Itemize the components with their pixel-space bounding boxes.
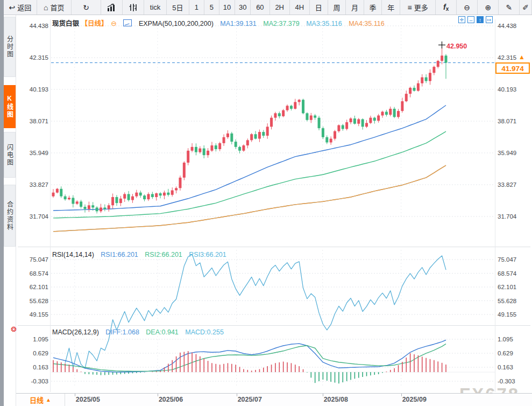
price-axis-label-right: 38.071 [498,118,516,124]
toolbar-interval-tick-button[interactable]: tick [144,0,167,15]
chart-type-sidebar: 分时图K线图闪电图合约资料 [4,15,16,406]
overlay-EXPMA50 [53,106,446,211]
macd-histogram [53,351,446,383]
month-tick [237,394,237,396]
rsi-axis-label-right: 62.101 [498,284,516,290]
toolbar-bar-chart-mode-button[interactable] [101,0,123,15]
macd-dea-line [53,344,446,372]
month-tick [401,394,402,396]
macd-axis-label-right: -0.303 [498,378,515,384]
toolbar: ↩返回⌂首页↻tick5日151030602H4H日周月季年≡更多fx⊖⊕✎✐ [4,0,532,15]
toolbar-interval-4h-button[interactable]: 4H [290,0,310,15]
fit-vertical-icon[interactable]: ↕ [477,16,484,23]
rsi-axis-label-right: 75.047 [498,256,516,263]
toolbar-back-button[interactable]: ↩返回 [4,0,37,15]
toolbar-refresh-button[interactable]: ↻ [72,0,101,15]
price-axis-label-right: 35.949 [498,150,516,156]
toolbar-interval-10-label: 10 [223,3,231,11]
toolbar-interval-quarter-button[interactable]: 季 [364,0,382,15]
toolbar-formula-button[interactable]: fx [436,0,457,15]
rsi-axis-label-left: 55.628 [30,298,48,304]
month-label: 2025/09 [402,396,427,403]
price-axis-label-left: 42.315 [30,54,48,61]
toolbar-interval-5d-button[interactable]: 5日 [167,0,189,15]
toolbar-draw-tool-more-button[interactable]: ✐ [520,0,532,15]
toolbar-interval-4h-label: 4H [295,3,304,11]
macd-axis-label-right: 0.629 [498,350,513,356]
rsi-axis-label-right: 49.155 [498,311,516,318]
toolbar-zoom-in-button[interactable]: ⊕ [478,0,499,15]
bar-chart-icon [107,4,117,11]
price-axis-label-right: 40.193 [498,86,516,93]
toolbar-interval-year-label: 年 [387,2,394,12]
month-tick [158,394,158,396]
toolbar-more-menu-label: 更多 [414,2,428,12]
chevron-up-icon: ▲ [46,397,51,403]
fx678-kline-app: { "window": { "watermark": "FX678" }, "t… [0,0,532,406]
macd-axis-label-left: 0.629 [33,350,48,356]
toolbar-interval-day-button[interactable]: 日 [310,0,328,15]
candlestick-icon [129,4,138,11]
high-annotation: 42.950 [446,43,467,50]
back-arrow-icon: ↩ [9,4,15,11]
toolbar-interval-month-button[interactable]: 月 [346,0,364,15]
price-axis-label-right: 33.827 [498,181,516,188]
menu-icon: ≡ [407,4,412,11]
toolbar-interval-1-label: 1 [195,3,198,11]
toolbar-interval-2h-button[interactable]: 2H [270,0,290,15]
month-tick [75,394,75,396]
chart-layers: 44.43844.43842.31542.31540.19340.19338.0… [18,19,530,392]
toolbar-interval-1-button[interactable]: 1 [189,0,204,15]
macd-axis-label-left: 1.095 [33,336,48,342]
toolbar-zoom-out-button[interactable]: ⊖ [457,0,478,15]
toolbar-interval-60-button[interactable]: 60 [251,0,269,15]
rsi-axis-label-left: 75.047 [30,256,48,263]
toolbar-draw-tool-button[interactable]: ✎ [499,0,520,15]
rsi-axis-label-left: 68.574 [30,270,49,277]
toolbar-more-menu-button[interactable]: ≡更多 [400,0,436,15]
axis-quick-icons: ✛↔↕↦ [458,16,493,23]
toolbar-interval-5-label: 5 [210,3,214,11]
toolbar-interval-week-button[interactable]: 周 [328,0,346,15]
macd-axis-label-left: 0.163 [33,364,48,370]
toolbar-interval-month-label: 月 [351,2,358,12]
period-selector-label: 日线 [30,395,44,405]
sidebar-tab-time-share[interactable]: 分时图 [4,17,16,77]
jump-to-latest-icon[interactable]: ▲ [519,53,525,61]
toolbar-home-button[interactable]: ⌂首页 [37,0,72,15]
fit-horizontal-icon[interactable]: ↔ [467,16,474,23]
sidebar-tab-contract-info[interactable]: 合约资料 [4,185,16,247]
price-axis-label-right: 31.704 [498,213,517,220]
toolbar-interval-day-label: 日 [315,2,322,12]
macd-diff-line [53,340,446,373]
sidebar-tab-lightning[interactable]: 闪电图 [4,132,16,178]
price-axis-label-right: 44.438 [498,23,516,29]
month-label: 2025/05 [76,396,100,403]
price-axis-label-left: 44.438 [30,23,48,29]
toolbar-interval-5-button[interactable]: 5 [204,0,219,15]
month-label: 2025/08 [324,396,348,403]
sidebar-tab-kline[interactable]: K线图 [4,85,16,128]
period-selector[interactable]: 日线 ▲ [16,394,65,406]
pan-latest-icon[interactable]: ↦ [486,16,493,23]
toolbar-home-label: 首页 [51,2,65,12]
toolbar-interval-year-button[interactable]: 年 [382,0,400,15]
toolbar-interval-30-button[interactable]: 30 [235,0,251,15]
macd-axis-label-right: 0.163 [498,364,513,370]
price-axis-label-left: 33.827 [30,181,48,188]
toolbar-interval-10-button[interactable]: 10 [219,0,235,15]
toolbar-interval-2h-label: 2H [275,3,284,11]
price-axis-label-left: 31.704 [30,213,49,220]
rsi-line [65,254,446,368]
home-icon: ⌂ [44,4,48,11]
macd-axis-label-right: 1.095 [498,336,513,342]
last-price-tag: 41.974 [495,62,530,74]
macd-settings-icon[interactable]: ❂ [11,325,17,333]
refresh-icon: ↻ [83,4,89,11]
chart-canvas[interactable]: 44.43844.43842.31542.31540.19340.19338.0… [16,15,532,406]
crosshair-icon[interactable]: ✛ [458,16,465,23]
rsi-axis-label-right: 68.574 [498,270,517,277]
window-edge-strip [0,0,4,406]
price-axis-label-left: 40.193 [30,86,48,93]
toolbar-candle-mode-button[interactable] [123,0,144,15]
